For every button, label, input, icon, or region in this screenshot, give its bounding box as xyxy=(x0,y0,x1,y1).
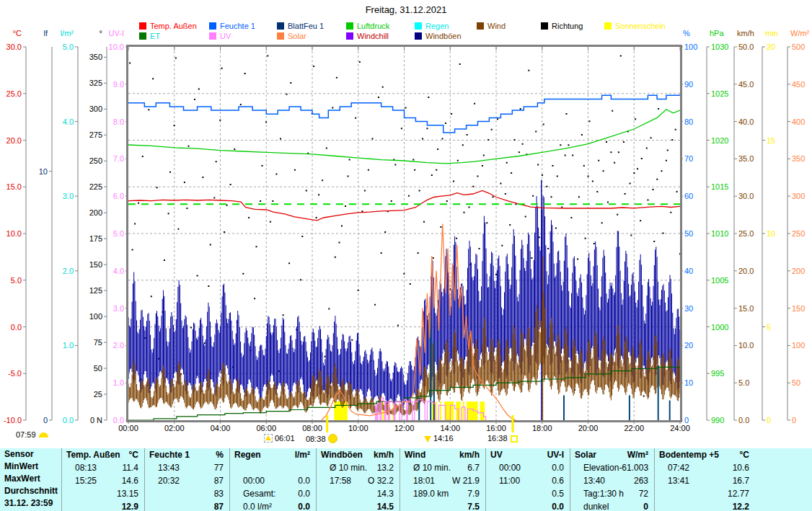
svg-text:40: 40 xyxy=(684,267,693,275)
svg-text:1000: 1000 xyxy=(711,323,728,332)
stat-time xyxy=(66,501,75,511)
svg-text:5.0: 5.0 xyxy=(113,229,124,238)
stat-value: 0.0 xyxy=(552,501,564,511)
axis-lf xyxy=(49,47,52,420)
legend-swatch xyxy=(477,22,484,30)
svg-text:9.0: 9.0 xyxy=(113,80,124,89)
legend-item-regen: Regen xyxy=(415,22,449,30)
stat-value: O 32.2 xyxy=(368,475,394,487)
legend-label: BlattFeu 1 xyxy=(288,22,324,30)
svg-text:5.0: 5.0 xyxy=(738,378,749,387)
stats-row-label: MinWert xyxy=(0,461,61,473)
sensor-name: Temp. Außen xyxy=(66,449,120,461)
svg-text:%: % xyxy=(683,29,690,37)
twilight-marker: 07:59 xyxy=(16,430,48,439)
sensor-unit: % xyxy=(216,449,224,461)
stat-time: 11:00 xyxy=(490,475,520,487)
stat-value: 7.9 xyxy=(467,488,480,500)
legend-label: Windböen xyxy=(425,32,462,40)
svg-text:25: 25 xyxy=(94,390,102,399)
svg-text:min: min xyxy=(765,29,778,37)
svg-text:20.0: 20.0 xyxy=(6,136,22,145)
svg-text:1015: 1015 xyxy=(711,182,728,191)
svg-text:50.0: 50.0 xyxy=(738,43,754,51)
legend-swatch xyxy=(346,32,353,40)
svg-text:06:00: 06:00 xyxy=(256,424,276,432)
stats-column-temp-au-en: Temp. Außen°C08:1311.415:2514.613.1512.9 xyxy=(61,448,144,511)
svg-text:10: 10 xyxy=(39,167,48,176)
svg-text:50: 50 xyxy=(792,378,800,387)
stat-value: 12.9 xyxy=(122,501,138,511)
svg-text:350: 350 xyxy=(792,154,805,163)
svg-text:45.0: 45.0 xyxy=(738,80,754,89)
sensor-unit: °C xyxy=(129,449,138,461)
sensor-name: Wind xyxy=(405,449,425,461)
stats-row-label: MaxWert xyxy=(0,473,61,485)
svg-text:18:00: 18:00 xyxy=(532,424,552,432)
stat-time: 18:01 xyxy=(405,475,435,487)
sensor-name: UV xyxy=(490,449,503,461)
stat-time: 13:40 xyxy=(575,475,605,487)
stats-column-uv: UVUV-I00:000.011:000.60.50.0 xyxy=(485,448,570,511)
svg-text:300: 300 xyxy=(89,105,102,113)
sensor-unit: UV-I xyxy=(547,449,564,461)
stat-time xyxy=(659,501,668,511)
svg-text:00:00: 00:00 xyxy=(118,424,138,432)
astro-marker-square: 16:38 xyxy=(487,434,518,443)
stat-time xyxy=(490,501,499,511)
stats-column-feuchte-1: Feuchte 1%13:437720:32878387 xyxy=(144,448,229,511)
legend-item-sonnenschein: Sonnenschein xyxy=(604,22,666,30)
stats-row-label: Sensor xyxy=(0,448,61,461)
svg-text:250: 250 xyxy=(792,229,805,238)
stat-value: -61.003 xyxy=(619,462,648,474)
stat-value: 83 xyxy=(214,488,224,500)
stat-time: 00:00 xyxy=(234,475,265,487)
stat-value: 12.2 xyxy=(733,501,749,511)
axis-min xyxy=(762,47,765,420)
svg-text:20:00: 20:00 xyxy=(578,424,599,432)
legend-item-luftdruck: Luftdruck xyxy=(346,22,389,30)
svg-text:W/m²: W/m² xyxy=(790,29,810,37)
svg-text:10.0: 10.0 xyxy=(6,229,22,238)
svg-text:0: 0 xyxy=(792,416,796,425)
svg-text:150: 150 xyxy=(792,304,805,313)
legend-label: Feuchte 1 xyxy=(220,22,255,30)
svg-text:0: 0 xyxy=(43,416,48,425)
legend-item-feuchte-1: Feuchte 1 xyxy=(209,22,255,30)
legend-swatch xyxy=(415,32,422,40)
stat-time: Ø 10 min. xyxy=(405,462,451,474)
svg-text:6.0: 6.0 xyxy=(113,192,124,200)
legend-label: Solar xyxy=(288,32,306,40)
stat-value: 0.5 xyxy=(552,488,564,500)
svg-text:04:00: 04:00 xyxy=(211,424,231,432)
stat-value: 0.6 xyxy=(552,475,564,487)
stat-value: W 21.9 xyxy=(452,475,480,487)
weather-chart: 30.025.020.015.010.05.00.0-5.0-10.0°C100… xyxy=(0,0,812,448)
svg-text:25.0: 25.0 xyxy=(738,229,754,238)
moonset-icon xyxy=(264,434,273,443)
stat-value: 11.4 xyxy=(123,462,138,474)
stat-value: 0.0 xyxy=(298,488,310,500)
svg-text:1020: 1020 xyxy=(711,136,728,145)
stat-time: 07:42 xyxy=(659,462,689,474)
axis-W/m² xyxy=(787,47,790,420)
svg-text:20: 20 xyxy=(767,43,775,51)
svg-text:200: 200 xyxy=(792,267,805,275)
legend-swatch xyxy=(139,32,146,40)
legend-label: Luftdruck xyxy=(357,22,389,30)
sun-below-horizon-icon xyxy=(39,432,48,437)
stats-column-wind: Windkm/hØ 10 min.6.718:01W 21.9189.0 km7… xyxy=(400,448,485,511)
sunrise-sun-icon xyxy=(328,434,337,443)
stat-time: 15:25 xyxy=(66,475,97,487)
svg-text:5: 5 xyxy=(767,323,771,332)
stats-table: SensorMinWertMaxWertDurchschnitt31.12. 2… xyxy=(0,448,812,511)
legend-swatch xyxy=(346,22,353,30)
svg-text:995: 995 xyxy=(711,369,724,378)
stat-value: 16.7 xyxy=(733,475,749,487)
stats-row-labels: SensorMinWertMaxWertDurchschnitt31.12. 2… xyxy=(0,448,61,511)
stat-time xyxy=(659,488,668,500)
svg-text:200: 200 xyxy=(89,208,102,217)
legend-item-richtung: Richtung xyxy=(541,22,583,30)
stat-time: 08:13 xyxy=(66,462,97,474)
svg-text:02:00: 02:00 xyxy=(164,424,185,432)
